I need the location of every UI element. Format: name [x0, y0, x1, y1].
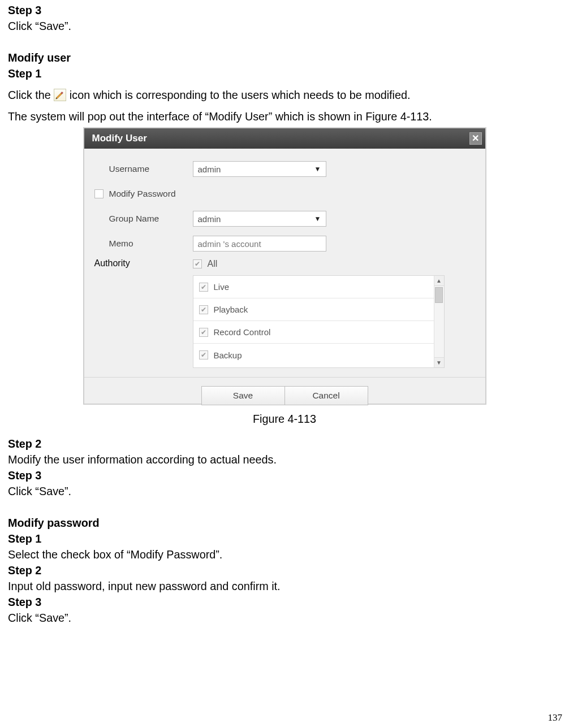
modify-password-checkbox[interactable]: ✔ [94, 189, 104, 198]
scroll-thumb[interactable] [435, 287, 443, 303]
step-text: Select the check box of “Modify Password… [8, 547, 561, 562]
chevron-down-icon: ▼ [314, 165, 321, 173]
username-select[interactable]: admin ▼ [193, 161, 326, 177]
step-text: Click “Save”. [8, 610, 561, 626]
step-text: The system will pop out the interface of… [8, 109, 561, 124]
dialog-titlebar: Modify User ✕ [84, 128, 485, 149]
document-page: Step 3 Click “Save”. Modify user Step 1 … [0, 0, 569, 728]
memo-input[interactable]: admin 's account [193, 236, 326, 252]
chevron-down-icon: ▼ [314, 215, 321, 223]
figure-caption: Figure 4-113 [8, 413, 561, 426]
section-heading: Modify password [8, 515, 561, 531]
memo-value: admin 's account [198, 239, 261, 249]
list-item[interactable]: ✔ Live [193, 276, 434, 298]
authority-item-label: Record Control [214, 327, 271, 337]
authority-item-checkbox[interactable]: ✔ [199, 350, 208, 359]
authority-item-label: Backup [214, 350, 242, 360]
modify-user-dialog: Modify User ✕ Username admin ▼ ✔ [83, 127, 486, 405]
page-number: 137 [548, 712, 563, 723]
dialog-title: Modify User [92, 133, 147, 144]
scrollbar[interactable]: ▲ ▼ [434, 276, 444, 367]
authority-listbox: ✔ Live ✔ Playback ✔ Record Control [193, 275, 445, 368]
section-heading: Modify user [8, 50, 561, 66]
step-text: Click “Save”. [8, 483, 561, 499]
authority-label: Authority [94, 258, 130, 268]
step-heading: Step 1 [8, 531, 561, 547]
step-text: Input old password, input new password a… [8, 578, 561, 594]
step-heading: Step 3 [8, 594, 561, 610]
authority-item-checkbox[interactable]: ✔ [199, 283, 208, 292]
cancel-button[interactable]: Cancel [284, 386, 368, 405]
list-item[interactable]: ✔ Record Control [193, 321, 434, 344]
step-heading: Step 2 [8, 562, 561, 578]
authority-all-checkbox[interactable]: ✔ [193, 259, 202, 268]
authority-item-checkbox[interactable]: ✔ [199, 305, 208, 314]
authority-item-label: Live [214, 282, 230, 292]
edit-pencil-icon [54, 89, 66, 101]
step-heading: Step 2 [8, 436, 561, 452]
figure: Modify User ✕ Username admin ▼ ✔ [8, 127, 561, 405]
step-heading: Step 3 [8, 467, 561, 483]
group-value: admin [198, 214, 221, 224]
group-select[interactable]: admin ▼ [193, 211, 326, 227]
text-fragment: icon which is corresponding to the users… [70, 89, 411, 101]
list-item[interactable]: ✔ Backup [193, 344, 434, 366]
save-button[interactable]: Save [201, 386, 285, 405]
memo-label: Memo [109, 239, 133, 249]
authority-item-label: Playback [214, 305, 248, 314]
close-icon[interactable]: ✕ [469, 132, 482, 145]
username-value: admin [198, 164, 221, 174]
authority-item-checkbox[interactable]: ✔ [199, 328, 208, 337]
scroll-down-icon[interactable]: ▼ [434, 357, 444, 367]
scroll-up-icon[interactable]: ▲ [434, 276, 444, 286]
step-text: Click the icon which is corresponding to… [8, 87, 561, 103]
group-label: Group Name [109, 214, 160, 224]
username-label: Username [109, 164, 150, 174]
list-item[interactable]: ✔ Playback [193, 298, 434, 321]
text-fragment: Click the [8, 89, 54, 101]
step-text: Modify the user information according to… [8, 452, 561, 467]
step-heading: Step 1 [8, 66, 561, 81]
step-text: Click “Save”. [8, 18, 561, 34]
modify-password-label: Modify Password [109, 189, 176, 199]
step-heading: Step 3 [8, 2, 561, 18]
authority-all-label: All [208, 259, 218, 269]
